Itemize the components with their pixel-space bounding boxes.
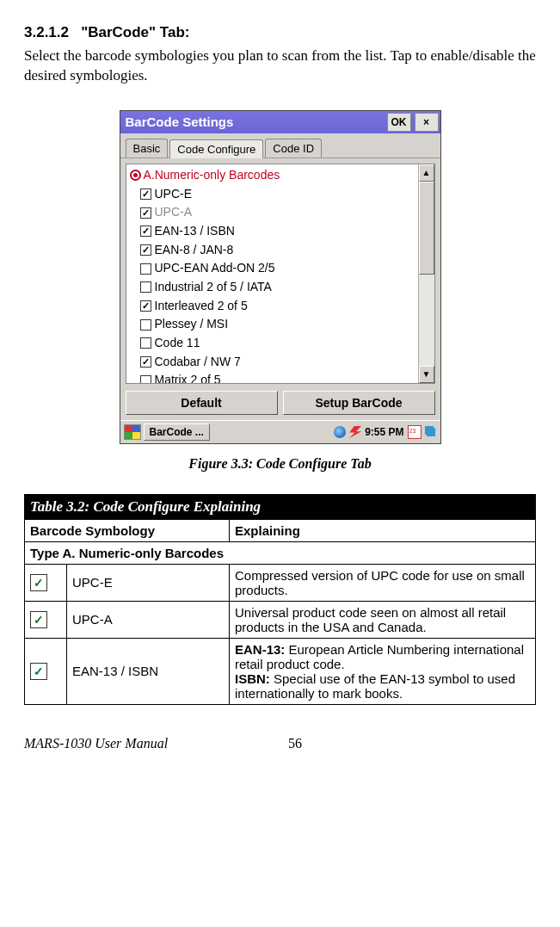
symbology-name: UPC-E bbox=[67, 564, 230, 601]
table-row: UPC-E Compressed version of UPC code for… bbox=[25, 564, 536, 601]
table-title: Table 3.2: Code Configure Explaining bbox=[25, 494, 536, 519]
window-title: BarCode Settings bbox=[126, 114, 234, 129]
symbology-name: UPC-A bbox=[67, 601, 230, 638]
footer-manual: MARS-1030 User Manual bbox=[24, 736, 168, 751]
symbology-explain: EAN-13: European Article Numbering inter… bbox=[230, 638, 536, 704]
tabs-row: Basic Code Configure Code ID bbox=[120, 133, 440, 158]
checkbox-icon bbox=[30, 663, 47, 680]
bottom-button-row: Default Setup BarCode bbox=[120, 387, 440, 420]
alert-icon[interactable] bbox=[349, 426, 361, 438]
list-item[interactable]: Codabar / NW 7 bbox=[130, 353, 418, 372]
checkbox-icon bbox=[30, 611, 47, 628]
checkbox-icon bbox=[30, 574, 47, 591]
section-heading: 3.2.1.2 "BarCode" Tab: bbox=[24, 24, 536, 41]
setup-barcode-button[interactable]: Setup BarCode bbox=[283, 391, 435, 415]
checkbox-icon[interactable] bbox=[140, 281, 151, 293]
table-type-row: Type A. Numeric-only Barcodes bbox=[25, 541, 536, 564]
checkbox-icon[interactable] bbox=[140, 188, 151, 200]
tab-code-id[interactable]: Code ID bbox=[265, 139, 322, 158]
checkbox-icon[interactable] bbox=[140, 356, 151, 368]
list-item[interactable]: EAN-13 / ISBN bbox=[130, 222, 418, 241]
figure-caption: Figure 3.3: Code Configure Tab bbox=[24, 456, 536, 472]
symbology-list: A.Numeric-only Barcodes UPC-E UPC-A EAN-… bbox=[126, 164, 435, 384]
section-title: "BarCode" Tab: bbox=[81, 24, 189, 40]
ok-button[interactable]: OK bbox=[387, 113, 411, 132]
close-button[interactable]: × bbox=[415, 113, 439, 132]
section-number: 3.2.1.2 bbox=[24, 24, 69, 40]
symbology-name: EAN-13 / ISBN bbox=[67, 638, 230, 704]
scroll-track[interactable] bbox=[419, 275, 434, 366]
list-item[interactable]: Matrix 2 of 5 bbox=[130, 371, 418, 382]
scrollbar[interactable]: ▲ ▼ bbox=[418, 164, 434, 383]
list-item[interactable]: Interleaved 2 of 5 bbox=[130, 297, 418, 316]
checkbox-icon[interactable] bbox=[140, 337, 151, 349]
desktop-icon[interactable] bbox=[425, 426, 437, 438]
group-label: A.Numeric-only Barcodes bbox=[144, 166, 280, 185]
scroll-thumb[interactable] bbox=[419, 182, 434, 275]
section-body: Select the barcode symbologies you plan … bbox=[24, 46, 536, 86]
checkbox-icon[interactable] bbox=[140, 207, 151, 219]
barcode-settings-window: BarCode Settings OK × Basic Code Configu… bbox=[120, 110, 441, 444]
checkbox-icon[interactable] bbox=[140, 244, 151, 256]
scroll-up-icon[interactable]: ▲ bbox=[419, 164, 434, 182]
symbology-explain: Universal product code seen on almost al… bbox=[230, 601, 536, 638]
checkbox-icon[interactable] bbox=[140, 375, 151, 383]
list-item[interactable]: EAN-8 / JAN-8 bbox=[130, 241, 418, 260]
checkbox-icon[interactable] bbox=[140, 300, 151, 312]
network-icon[interactable] bbox=[334, 426, 346, 438]
list-item[interactable]: Plessey / MSI bbox=[130, 315, 418, 334]
bullet-icon bbox=[130, 170, 141, 181]
table-row: EAN-13 / ISBN EAN-13: European Article N… bbox=[25, 638, 536, 704]
list-item[interactable]: UPC-E bbox=[130, 185, 418, 204]
explain-table: Table 3.2: Code Configure Explaining Bar… bbox=[24, 494, 536, 705]
footer-page-number: 56 bbox=[288, 736, 302, 751]
table-header-symbology: Barcode Symbology bbox=[25, 519, 230, 541]
table-row: UPC-A Universal product code seen on alm… bbox=[25, 601, 536, 638]
scroll-down-icon[interactable]: ▼ bbox=[419, 366, 434, 383]
start-icon[interactable] bbox=[124, 424, 141, 440]
checkbox-icon[interactable] bbox=[140, 263, 151, 275]
table-header-explaining: Explaining bbox=[230, 519, 536, 541]
calendar-icon[interactable] bbox=[408, 425, 422, 439]
checkbox-icon[interactable] bbox=[140, 226, 151, 237]
default-button[interactable]: Default bbox=[126, 391, 278, 415]
window-titlebar: BarCode Settings OK × bbox=[120, 111, 440, 133]
taskbar-clock[interactable]: 9:55 PM bbox=[365, 426, 403, 438]
checkbox-icon[interactable] bbox=[140, 319, 151, 331]
symbology-explain: Compressed version of UPC code for use o… bbox=[230, 564, 536, 601]
group-numeric-only: A.Numeric-only Barcodes bbox=[130, 166, 418, 185]
taskbar: BarCode ... 9:55 PM bbox=[120, 420, 440, 443]
list-item[interactable]: UPC-EAN Add-ON 2/5 bbox=[130, 259, 418, 278]
tab-basic[interactable]: Basic bbox=[126, 139, 169, 158]
tab-code-configure[interactable]: Code Configure bbox=[169, 139, 263, 158]
list-item[interactable]: UPC-A bbox=[130, 203, 418, 222]
list-item[interactable]: Industrial 2 of 5 / IATA bbox=[130, 278, 418, 297]
screenshot-container: BarCode Settings OK × Basic Code Configu… bbox=[24, 110, 536, 444]
page-footer: MARS-1030 User Manual 56 bbox=[24, 736, 536, 751]
list-item[interactable]: Code 11 bbox=[130, 334, 418, 353]
taskbar-app[interactable]: BarCode ... bbox=[144, 423, 210, 441]
